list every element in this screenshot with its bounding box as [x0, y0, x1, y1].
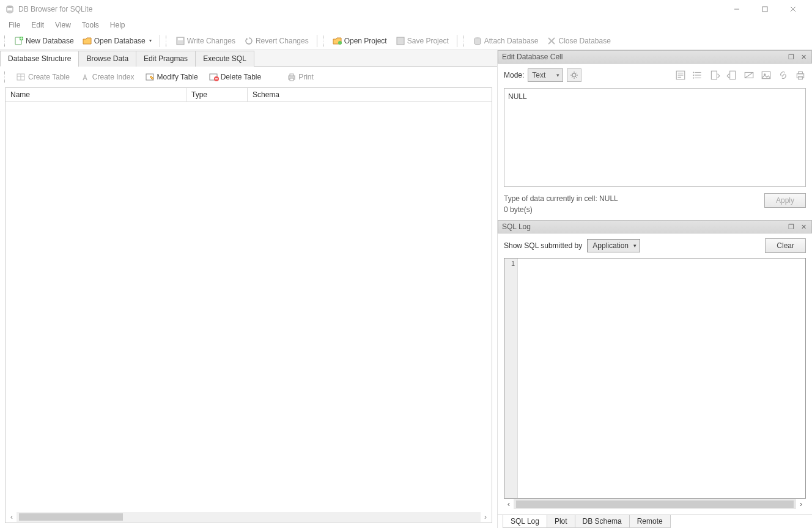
bottom-tab-db-schema[interactable]: DB Schema [575, 515, 630, 528]
export-icon[interactable] [726, 70, 737, 81]
revert-changes-label: Revert Changes [256, 37, 309, 45]
close-database-button[interactable]: Close Database [542, 34, 615, 48]
revert-changes-icon [244, 36, 254, 46]
column-header-schema[interactable]: Schema [248, 88, 492, 101]
svg-line-41 [745, 73, 753, 78]
write-changes-label: Write Changes [187, 37, 235, 45]
list-icon[interactable] [692, 70, 703, 81]
attach-database-icon [473, 36, 482, 46]
menu-file[interactable]: File [4, 19, 25, 31]
toolbar-grip[interactable] [323, 35, 327, 47]
menu-edit[interactable]: Edit [26, 19, 49, 31]
tab-database-structure[interactable]: Database Structure [0, 51, 79, 67]
link-icon[interactable] [778, 70, 789, 81]
close-database-icon [547, 36, 556, 46]
dropdown-arrow-icon[interactable]: ▾ [149, 38, 152, 43]
delete-table-icon [209, 72, 219, 82]
write-changes-button[interactable]: Write Changes [171, 34, 240, 48]
delete-table-button[interactable]: Delete Table [205, 70, 266, 84]
menubar: File Edit View Tools Help [0, 18, 812, 32]
null-icon[interactable] [744, 70, 755, 81]
main-toolbar: New Database Open Database ▾ Write Chang… [0, 32, 812, 50]
new-database-button[interactable]: New Database [10, 34, 78, 48]
cell-type-info: Type of data currently in cell: NULL [504, 193, 618, 204]
save-project-button[interactable]: Save Project [391, 34, 453, 48]
edit-cell-title: Edit Database Cell [502, 53, 563, 61]
toolbar-grip[interactable] [463, 35, 467, 47]
text-icon[interactable] [675, 70, 686, 81]
bottom-tabs: SQL Log Plot DB Schema Remote [498, 515, 812, 528]
menu-help[interactable]: Help [105, 19, 130, 31]
close-database-label: Close Database [558, 37, 610, 45]
import-icon[interactable] [709, 70, 720, 81]
column-header-name[interactable]: Name [6, 88, 186, 101]
cell-editor[interactable]: NULL [504, 88, 806, 187]
svg-rect-25 [290, 74, 293, 76]
create-table-icon [17, 72, 26, 82]
print-button[interactable]: Print [282, 70, 318, 84]
toolbar-grip[interactable] [166, 35, 169, 47]
open-database-button[interactable]: Open Database ▾ [78, 34, 156, 48]
svg-rect-39 [730, 71, 736, 79]
bottom-tab-remote[interactable]: Remote [629, 515, 671, 528]
toolbar-grip[interactable] [4, 71, 8, 83]
bottom-tab-plot[interactable]: Plot [547, 515, 575, 528]
create-index-button[interactable]: Create Index [76, 70, 139, 84]
sql-log-title: SQL Log [502, 222, 531, 231]
open-project-button[interactable]: Open Project [328, 34, 391, 48]
minimize-button[interactable] [723, 0, 751, 18]
svg-rect-38 [711, 71, 717, 79]
left-pane: Database Structure Browse Data Edit Prag… [0, 50, 498, 528]
attach-database-button[interactable]: Attach Database [468, 34, 543, 48]
log-horizontal-scrollbar[interactable]: ‹ › [504, 499, 806, 510]
mode-label: Mode: [504, 71, 524, 79]
svg-rect-3 [762, 7, 767, 12]
log-content[interactable] [518, 258, 805, 498]
create-table-button[interactable]: Create Table [12, 70, 74, 84]
maximize-button[interactable] [751, 0, 779, 18]
sql-log-source-select[interactable]: Application [587, 239, 640, 252]
column-header-type[interactable]: Type [186, 88, 248, 101]
tab-browse-data[interactable]: Browse Data [78, 51, 136, 67]
sql-log-header[interactable]: SQL Log ❐ ✕ [498, 220, 812, 233]
revert-changes-button[interactable]: Revert Changes [240, 34, 313, 48]
print-icon [287, 72, 297, 82]
open-project-icon [333, 36, 342, 46]
gear-icon [569, 70, 579, 80]
structure-toolbar: Create Table Create Index Modify Table D… [0, 67, 497, 87]
create-index-label: Create Index [92, 73, 135, 81]
horizontal-scrollbar[interactable]: ‹ › [6, 512, 492, 522]
log-line-gutter: 1 [504, 258, 518, 498]
apply-button[interactable]: Apply [764, 193, 806, 208]
create-index-icon [81, 72, 90, 82]
print-cell-icon[interactable] [795, 70, 806, 81]
clear-log-button[interactable]: Clear [765, 238, 806, 253]
titlebar: DB Browser for SQLite [0, 0, 812, 18]
modify-table-button[interactable]: Modify Table [141, 70, 202, 84]
tab-edit-pragmas[interactable]: Edit Pragmas [136, 51, 196, 67]
mode-select[interactable]: Text [528, 68, 563, 82]
menu-tools[interactable]: Tools [77, 19, 104, 31]
dock-close-icon[interactable]: ✕ [799, 53, 808, 61]
structure-table: Name Type Schema ‹ › [5, 87, 492, 523]
tab-execute-sql[interactable]: Execute SQL [195, 51, 254, 67]
image-icon[interactable] [761, 70, 772, 81]
toolbar-grip[interactable] [4, 35, 8, 47]
dock-float-icon[interactable]: ❐ [787, 222, 795, 231]
svg-point-12 [338, 41, 342, 45]
svg-rect-42 [762, 72, 770, 78]
dock-float-icon[interactable]: ❐ [787, 53, 795, 61]
app-icon [5, 4, 15, 14]
svg-point-36 [693, 75, 694, 76]
cell-size-info: 0 byte(s) [504, 204, 618, 215]
dock-close-icon[interactable]: ✕ [799, 222, 808, 231]
format-button[interactable] [567, 68, 581, 82]
delete-table-label: Delete Table [221, 73, 262, 81]
sql-log-area[interactable]: 1 [504, 258, 806, 499]
menu-view[interactable]: View [50, 19, 76, 31]
close-button[interactable] [779, 0, 807, 18]
edit-cell-header[interactable]: Edit Database Cell ❐ ✕ [498, 50, 812, 64]
bottom-tab-sql-log[interactable]: SQL Log [503, 515, 547, 528]
right-pane: Edit Database Cell ❐ ✕ Mode: Text [498, 50, 812, 528]
create-table-label: Create Table [28, 73, 70, 81]
